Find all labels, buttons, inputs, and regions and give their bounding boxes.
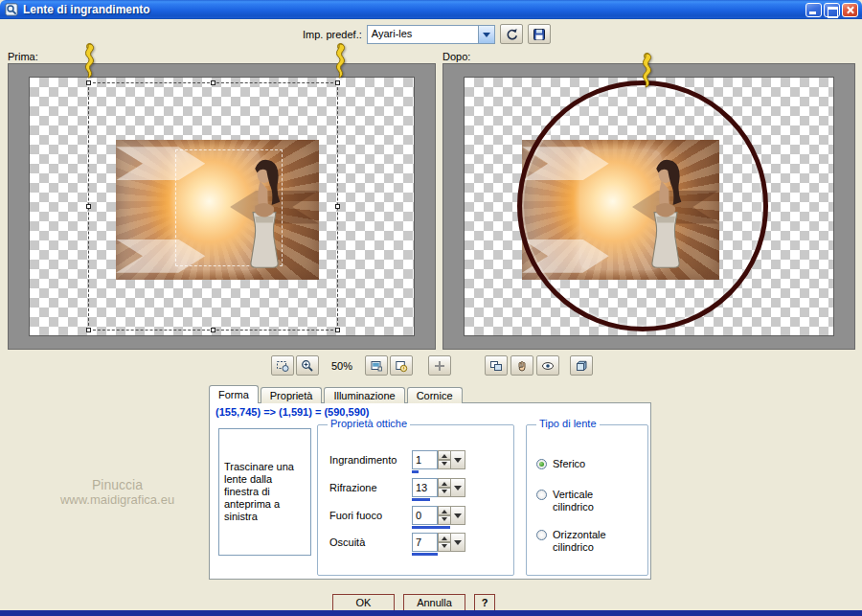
zoom-selection-button[interactable] bbox=[271, 355, 294, 376]
lens-pin[interactable] bbox=[331, 42, 349, 79]
selection-marquee[interactable] bbox=[88, 82, 338, 331]
radio-orizzontale-cilindrico[interactable]: Orizzontale cilindrico bbox=[536, 529, 642, 554]
preview-toolbar bbox=[485, 355, 593, 376]
slider-dropdown-button[interactable] bbox=[451, 506, 465, 525]
tab-illuminazione[interactable]: Illuminazione bbox=[324, 387, 404, 403]
radio-sferico[interactable]: Sferico bbox=[536, 458, 642, 470]
optics-group: Proprietà ottiche Ingrandimento Rifrazio… bbox=[317, 424, 514, 576]
mini-slider bbox=[412, 470, 465, 473]
ingrandimento-spinner bbox=[412, 450, 465, 469]
spin-up-button[interactable] bbox=[438, 506, 451, 515]
zoom-in-button[interactable] bbox=[296, 355, 319, 376]
proof-view-button[interactable] bbox=[536, 355, 559, 376]
combo-dropdown-button[interactable] bbox=[478, 26, 494, 43]
selection-handle[interactable] bbox=[86, 328, 91, 332]
radio-button-icon bbox=[536, 530, 547, 540]
selection-handle[interactable] bbox=[86, 80, 91, 85]
titlebar[interactable]: Lente di ingrandimento bbox=[0, 0, 862, 19]
spin-down-button[interactable] bbox=[438, 515, 451, 525]
lens-pin-icon bbox=[80, 42, 98, 79]
lens-pin-icon bbox=[331, 42, 349, 79]
before-pane-label: Prima: bbox=[8, 51, 38, 62]
spin-up-button[interactable] bbox=[438, 450, 451, 460]
lens-pin[interactable] bbox=[638, 52, 655, 88]
after-canvas[interactable] bbox=[464, 77, 834, 336]
auto-proof-button[interactable] bbox=[390, 355, 413, 376]
preset-row: Imp. predef.: Ayari-les bbox=[303, 24, 551, 44]
preview-toggle-button[interactable] bbox=[485, 355, 508, 376]
selection-handle[interactable] bbox=[335, 80, 340, 85]
reset-preset-button[interactable] bbox=[500, 24, 523, 44]
mini-slider-fill bbox=[412, 526, 450, 529]
selection-handle[interactable] bbox=[211, 80, 216, 85]
close-button[interactable] bbox=[842, 3, 858, 17]
watermark-line1: Pinuccia bbox=[34, 477, 201, 492]
zoom-level: 50% bbox=[329, 360, 354, 372]
selection-handle[interactable] bbox=[335, 204, 340, 209]
instruction-box: Trascinare una lente dalla finestra di a… bbox=[218, 428, 311, 556]
slider-dropdown-button[interactable] bbox=[451, 533, 465, 552]
ingrandimento-input[interactable] bbox=[412, 450, 438, 469]
arrow-down-icon bbox=[442, 462, 447, 468]
mini-slider bbox=[412, 498, 465, 501]
optics-row-ingrandimento: Ingrandimento bbox=[328, 450, 508, 475]
before-canvas[interactable] bbox=[29, 77, 415, 336]
rifrazione-spinner bbox=[412, 478, 465, 497]
coordinates-readout: (155,745) => (1,591) = (590,590) bbox=[216, 406, 370, 418]
lens-pin[interactable] bbox=[80, 42, 98, 79]
restore-button[interactable] bbox=[824, 3, 840, 17]
before-preview-pane bbox=[8, 63, 436, 350]
tab-proprieta[interactable]: Proprietà bbox=[261, 387, 323, 403]
selection-handle[interactable] bbox=[335, 328, 340, 332]
fuori-fuoco-input[interactable] bbox=[412, 506, 438, 525]
pan-hand-icon bbox=[515, 359, 529, 373]
tab-forma[interactable]: Forma bbox=[209, 385, 259, 403]
slider-dropdown-button[interactable] bbox=[451, 450, 465, 469]
optics-row-rifrazione: Rifrazione bbox=[328, 478, 508, 503]
oscuita-input[interactable] bbox=[412, 533, 438, 552]
selection-handle[interactable] bbox=[211, 328, 216, 332]
arrow-up-icon bbox=[442, 507, 447, 513]
spin-down-button[interactable] bbox=[438, 460, 451, 469]
radio-verticale-cilindrico[interactable]: Verticale cilindrico bbox=[536, 489, 642, 513]
mini-slider-fill bbox=[412, 498, 430, 501]
rifrazione-input[interactable] bbox=[412, 478, 438, 497]
auto-proof-icon bbox=[395, 359, 408, 373]
spin-up-button[interactable] bbox=[438, 478, 451, 488]
mini-slider-fill bbox=[412, 470, 419, 473]
navigate-button[interactable] bbox=[428, 355, 451, 376]
oscuita-spinner bbox=[412, 533, 465, 552]
proof-icon bbox=[370, 359, 383, 373]
tab-cornice[interactable]: Cornice bbox=[407, 387, 463, 403]
save-preset-button[interactable] bbox=[528, 24, 551, 44]
navigate-plus-icon bbox=[433, 359, 446, 373]
pan-button[interactable] bbox=[510, 355, 533, 376]
arrow-down-icon bbox=[442, 517, 447, 524]
arrow-up-icon bbox=[442, 534, 447, 540]
selection-handle[interactable] bbox=[86, 204, 91, 209]
preset-combobox[interactable]: Ayari-les bbox=[367, 25, 495, 44]
proof-button[interactable] bbox=[365, 355, 388, 376]
radio-button-icon bbox=[536, 459, 547, 469]
mini-slider bbox=[412, 526, 465, 529]
ok-button[interactable]: OK bbox=[332, 594, 395, 611]
zoom-toolbar: 50% bbox=[271, 355, 451, 376]
cancel-button[interactable]: Annulla bbox=[403, 594, 465, 611]
instruction-text: Trascinare una lente dalla finestra di a… bbox=[224, 461, 306, 523]
arrow-down-icon bbox=[442, 490, 447, 496]
slider-dropdown-button[interactable] bbox=[451, 478, 465, 497]
action-button-row: OK Annulla ? bbox=[332, 594, 495, 611]
magnifying-lens-circle[interactable] bbox=[517, 80, 768, 331]
preset-label: Imp. predef.: bbox=[303, 29, 362, 40]
spin-down-button[interactable] bbox=[438, 542, 451, 552]
spin-up-button[interactable] bbox=[438, 533, 451, 542]
minimize-button[interactable] bbox=[805, 3, 822, 17]
bottom-strip bbox=[0, 610, 862, 616]
watermark-line2: www.maidigrafica.eu bbox=[34, 492, 201, 507]
chevron-down-icon bbox=[483, 33, 490, 41]
chevron-down-icon bbox=[454, 513, 462, 522]
help-button[interactable]: ? bbox=[474, 594, 495, 611]
spin-down-button[interactable] bbox=[438, 488, 451, 497]
after-preview-pane bbox=[442, 63, 855, 350]
render-mode-button[interactable] bbox=[570, 355, 593, 376]
